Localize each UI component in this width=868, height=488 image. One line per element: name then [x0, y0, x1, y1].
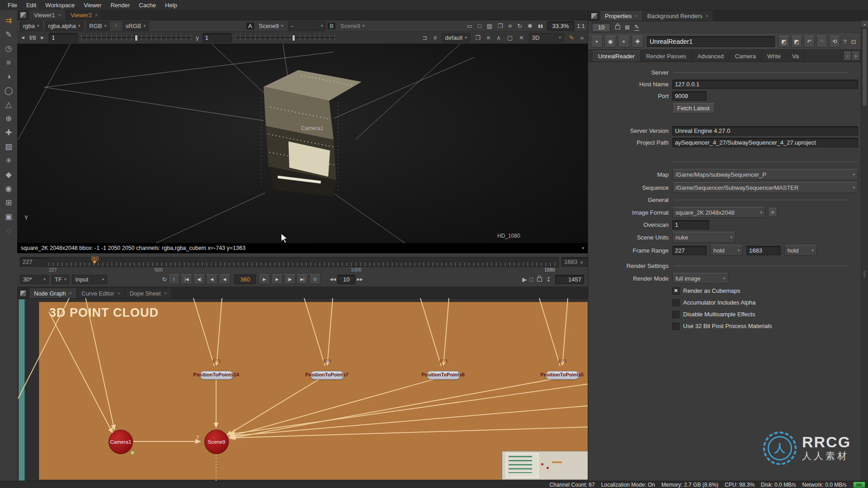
tab-background-renders[interactable]: Background Renders ×	[643, 11, 714, 21]
gamma-slider[interactable]	[235, 35, 337, 40]
image-node-icon[interactable]: ⇉	[2, 14, 15, 28]
input-process-toggle[interactable]: IP	[112, 23, 120, 28]
tabs-scroll-left-icon[interactable]: ‹	[844, 52, 852, 61]
float-panel-icon[interactable]: ⊡	[850, 38, 858, 45]
map-select[interactable]: /Game/Maps/subwaySequencer_P▾	[672, 169, 858, 180]
tab-camera[interactable]: Camera	[730, 51, 762, 61]
disable-multisample-effects-checkbox[interactable]	[672, 311, 679, 318]
pane-menu-icon[interactable]	[20, 12, 27, 19]
play-backward-button[interactable]: ◀	[206, 274, 217, 284]
goto-start-button[interactable]: |◀	[181, 274, 192, 284]
close-icon[interactable]: ×	[706, 13, 708, 19]
particles-node-icon[interactable]: ✳	[2, 154, 15, 168]
format-mask-icon[interactable]: ▭	[465, 23, 473, 29]
play-forward-button[interactable]: ▶	[271, 274, 283, 284]
fetch-latest-button[interactable]: Fetch Latest	[672, 103, 715, 113]
safe-zone-icon[interactable]: □	[476, 23, 483, 29]
channel-node-icon[interactable]: ≡	[2, 56, 15, 70]
pane-menu-icon[interactable]	[20, 290, 27, 297]
frame-ruler[interactable]: 360	[48, 257, 559, 267]
port-input[interactable]: 9008	[672, 91, 707, 101]
edit-panels-icon[interactable]: ✎	[634, 23, 639, 31]
max-panels-input[interactable]: 10	[592, 23, 611, 32]
record-button[interactable]: O	[309, 274, 321, 284]
goto-end-button[interactable]: ▶|	[297, 274, 308, 284]
prev-keyframe-button[interactable]: ◀|	[193, 274, 205, 284]
close-all-panels-icon[interactable]: ⊠	[625, 24, 630, 31]
server-version-input[interactable]: Unreal Engine 4.27.0	[672, 126, 858, 136]
input-a-badge[interactable]: A	[246, 23, 254, 29]
range-end-mode-select[interactable]: hold▾	[784, 245, 817, 256]
format-equals-button[interactable]: =	[768, 208, 777, 217]
channel-mask-b-icon[interactable]: ◩	[791, 36, 802, 47]
zoom-level[interactable]: 33.3%	[547, 21, 574, 31]
revert-icon[interactable]: ⟲	[829, 36, 840, 47]
gain-slider[interactable]	[81, 35, 192, 40]
views-node-icon[interactable]: ◉	[2, 182, 15, 196]
backdrop-node-teal[interactable]	[19, 299, 25, 481]
last-frame-field[interactable]: 1457	[555, 275, 584, 284]
channels-select[interactable]: rgba▾	[20, 21, 42, 31]
range-end-input[interactable]: 1683	[561, 257, 591, 267]
channel-mask-a-icon[interactable]: ◩	[778, 36, 789, 47]
3d-node-icon[interactable]: ▧	[2, 140, 15, 154]
properties-scrollbar[interactable]: ▲	[861, 21, 868, 481]
pane-menu-icon[interactable]	[591, 13, 598, 19]
step-forward-button[interactable]: ▶	[259, 274, 270, 284]
close-icon[interactable]: ×	[58, 12, 61, 18]
host-name-input[interactable]: 127.0.0.1	[672, 80, 858, 89]
flipbook-play-icon[interactable]: ▶	[521, 276, 528, 283]
node-camera1[interactable]: Camera1	[108, 430, 133, 454]
merge-node-icon[interactable]: ⊕	[2, 112, 15, 126]
close-icon[interactable]: ×	[635, 13, 637, 19]
range-start-input[interactable]: 227	[20, 257, 49, 267]
tab-properties[interactable]: Properties ×	[600, 11, 643, 21]
panel-resize-grip[interactable]	[863, 272, 865, 278]
current-frame-input[interactable]: 360	[234, 274, 256, 284]
jump-back-icon[interactable]: ◀◀	[328, 277, 337, 282]
timeline-mode-select[interactable]: TF▾	[52, 275, 69, 284]
loop-mode-icon[interactable]: ↻	[160, 276, 168, 283]
toolsets-node-icon[interactable]: ▣	[2, 210, 15, 224]
project-path-input[interactable]: aySequencer_4_27/SubwaySequencer_4_27.up…	[672, 138, 858, 147]
input-b-badge[interactable]: B	[328, 23, 335, 29]
lock-range-icon[interactable]	[537, 277, 542, 282]
input-b-select[interactable]: Scene9▾	[337, 21, 368, 31]
tab-unrealreader[interactable]: UnrealReader	[593, 51, 641, 61]
menu-help[interactable]: Help	[161, 1, 181, 9]
gain-input[interactable]: 1	[49, 33, 78, 42]
viewer-3d-viewport[interactable]: Camera1 HD_1080 Y	[17, 44, 588, 244]
node-controls-icon[interactable]: ✚	[632, 36, 643, 47]
collapse-panel-icon[interactable]: ▼	[591, 36, 603, 47]
next-keyframe-button[interactable]: |▶	[284, 274, 295, 284]
settings-gear-icon[interactable]: ✱	[526, 23, 534, 29]
render-save-icon[interactable]: ↧	[545, 276, 552, 283]
scroll-up-icon[interactable]: ▲	[861, 21, 868, 28]
menu-cache[interactable]: Cache	[135, 1, 160, 9]
node-graph-canvas[interactable]: 3D POINT CLOUD	[17, 298, 588, 481]
viewer-lut-select[interactable]: sRGB▾	[123, 21, 149, 31]
update-icon[interactable]: ↻	[516, 23, 524, 29]
sequence-select[interactable]: /Game/Sequencer/SubwaySequencerMASTER▾	[672, 182, 858, 193]
new-viewer-icon[interactable]: ❐	[496, 23, 505, 29]
metadata-node-icon[interactable]: ⊞	[2, 196, 15, 210]
slider-handle[interactable]	[135, 35, 138, 41]
tabs-scroll-right-icon[interactable]: ›	[852, 52, 860, 61]
menu-render[interactable]: Render	[107, 1, 134, 9]
node-graph-minimap[interactable]	[502, 451, 588, 480]
menu-viewer[interactable]: Viewer	[80, 1, 106, 9]
wipe-mode-select[interactable]: -▾	[288, 21, 326, 31]
deep-node-icon[interactable]: ◆	[2, 168, 15, 182]
time-node-icon[interactable]: ◷	[2, 42, 15, 56]
render-as-cubemaps-checkbox[interactable]: ✕	[672, 287, 679, 295]
redo-icon[interactable]: ↷	[816, 36, 827, 47]
prev-fstop-icon[interactable]: ◀	[20, 35, 26, 40]
proxy-icon[interactable]: #	[432, 34, 438, 41]
slider-handle[interactable]	[292, 35, 295, 41]
render-mode-select[interactable]: full image▾	[672, 273, 728, 284]
frame-increment-input[interactable]: 10	[337, 275, 355, 284]
lock-panels-icon[interactable]	[615, 25, 620, 29]
frame-mode-button[interactable]: I	[168, 274, 179, 284]
overscan-input[interactable]: 1	[672, 220, 709, 230]
eyedropper-icon[interactable]: ✎	[568, 34, 576, 41]
